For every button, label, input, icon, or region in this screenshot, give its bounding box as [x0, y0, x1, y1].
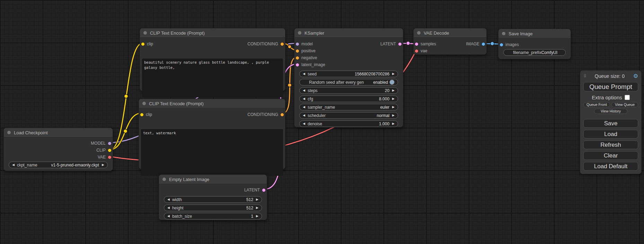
- increment-arrow-icon[interactable]: ▶: [392, 114, 395, 117]
- prompt-textarea[interactable]: beautiful scenery nature glass bottle la…: [142, 58, 283, 97]
- port-label: LATENT: [380, 42, 396, 46]
- view-queue-button[interactable]: View Queue: [611, 102, 638, 107]
- node-header[interactable]: Load Checkpoint: [4, 128, 113, 137]
- node-empty-latent-image[interactable]: Empty Latent Image LATENT ◀ width 512 ▶ …: [159, 174, 267, 220]
- latent-output-port[interactable]: [262, 188, 266, 192]
- port-label: positive: [301, 48, 316, 53]
- decrement-arrow-icon[interactable]: ◀: [303, 106, 305, 109]
- widget-label: denoise: [308, 121, 322, 126]
- node-header[interactable]: Save Image: [499, 29, 571, 38]
- decrement-arrow-icon[interactable]: ◀: [303, 114, 305, 117]
- denoise-widget[interactable]: ◀ denoise 1.000 ▶: [299, 120, 398, 127]
- positive-input-port[interactable]: [295, 49, 299, 53]
- decrement-arrow-icon[interactable]: ◀: [167, 206, 170, 209]
- settings-gear-icon[interactable]: ⚙: [633, 73, 638, 79]
- collapse-dot-icon[interactable]: [417, 31, 421, 35]
- node-vae-decode[interactable]: VAE Decode samples IMAGE vae: [413, 28, 487, 55]
- filename-prefix-widget[interactable]: filename_prefix ComfyUI: [503, 49, 566, 56]
- decrement-arrow-icon[interactable]: ◀: [303, 97, 305, 100]
- view-history-button[interactable]: View History: [594, 109, 627, 114]
- widget-value: 20: [385, 88, 389, 93]
- node-header[interactable]: Empty Latent Image: [159, 175, 267, 184]
- model-output-port[interactable]: [108, 142, 112, 145]
- vae-output-port[interactable]: [108, 155, 112, 159]
- queue-prompt-button[interactable]: Queue Prompt: [583, 82, 638, 91]
- widget-label: width: [172, 197, 182, 202]
- node-title: CLIP Text Encode (Prompt): [149, 101, 204, 106]
- increment-arrow-icon[interactable]: ▶: [102, 163, 104, 166]
- node-title: Empty Latent Image: [169, 177, 209, 182]
- node-header[interactable]: CLIP Text Encode (Prompt): [139, 99, 285, 108]
- widget-value: euler: [380, 105, 389, 110]
- collapse-dot-icon[interactable]: [143, 31, 147, 35]
- seed-widget[interactable]: ◀ seed 156680208700286 ▶: [299, 71, 398, 77]
- increment-arrow-icon[interactable]: ▶: [392, 97, 395, 100]
- cfg-widget[interactable]: ◀ cfg 8.000 ▶: [299, 96, 398, 102]
- node-clip-text-encode-negative[interactable]: CLIP Text Encode (Prompt) clip CONDITION…: [139, 99, 285, 169]
- decrement-arrow-icon[interactable]: ◀: [303, 89, 305, 92]
- toggle-knob-icon[interactable]: [389, 80, 395, 85]
- batch-size-widget[interactable]: ◀ batch_size 1 ▶: [164, 213, 262, 219]
- node-header[interactable]: KSampler: [294, 28, 403, 38]
- load-default-button[interactable]: Load Default: [583, 162, 638, 171]
- scheduler-widget[interactable]: ◀ scheduler normal ▶: [299, 112, 398, 119]
- load-button[interactable]: Load: [583, 130, 638, 138]
- queue-front-button[interactable]: Queue Front: [583, 102, 610, 107]
- conditioning-output-port[interactable]: [280, 42, 284, 46]
- negative-input-port[interactable]: [295, 56, 299, 60]
- decrement-arrow-icon[interactable]: ◀: [303, 122, 305, 125]
- latent-output-port[interactable]: [398, 42, 402, 46]
- collapse-dot-icon[interactable]: [7, 131, 11, 134]
- save-button[interactable]: Save: [583, 119, 638, 128]
- image-output-port[interactable]: [482, 42, 485, 46]
- collapse-dot-icon[interactable]: [142, 102, 146, 105]
- decrement-arrow-icon[interactable]: ◀: [303, 72, 305, 75]
- model-input-port[interactable]: [295, 42, 299, 46]
- clear-button[interactable]: Clear: [583, 151, 638, 160]
- latent-image-input-port[interactable]: [295, 63, 299, 67]
- clip-input-port[interactable]: [141, 42, 145, 46]
- height-widget[interactable]: ◀ height 512 ▶: [164, 205, 262, 211]
- input-row-positive: positive: [294, 47, 403, 54]
- decrement-arrow-icon[interactable]: ◀: [12, 163, 15, 166]
- collapse-dot-icon[interactable]: [502, 32, 505, 35]
- node-save-image[interactable]: Save Image images filename_prefix ComfyU…: [498, 29, 571, 59]
- sampler-name-widget[interactable]: ◀ sampler_name euler ▶: [299, 104, 398, 110]
- collapse-dot-icon[interactable]: [162, 178, 166, 181]
- node-clip-text-encode-positive[interactable]: CLIP Text Encode (Prompt) clip CONDITION…: [140, 28, 285, 91]
- increment-arrow-icon[interactable]: ▶: [392, 72, 395, 75]
- clip-input-port[interactable]: [140, 113, 144, 117]
- decrement-arrow-icon[interactable]: ◀: [167, 198, 170, 201]
- drag-handle-icon[interactable]: ⠿: [583, 74, 586, 79]
- extra-options-checkbox[interactable]: [625, 95, 630, 100]
- increment-arrow-icon[interactable]: ▶: [392, 89, 395, 92]
- clip-output-port[interactable]: [108, 148, 112, 152]
- width-widget[interactable]: ◀ width 512 ▶: [164, 196, 262, 203]
- increment-arrow-icon[interactable]: ▶: [392, 106, 395, 109]
- node-graph-canvas[interactable]: Load Checkpoint MODEL CLIP VAE ◀ ckpt_na…: [0, 0, 644, 244]
- increment-arrow-icon[interactable]: ▶: [256, 215, 258, 218]
- decrement-arrow-icon[interactable]: ◀: [167, 215, 170, 218]
- random-seed-widget[interactable]: Random seed after every gen enabled: [299, 79, 398, 85]
- port-label: model: [301, 42, 313, 46]
- increment-arrow-icon[interactable]: ▶: [256, 206, 258, 209]
- port-label: latent_image: [301, 62, 325, 67]
- samples-input-port[interactable]: [415, 42, 418, 46]
- images-input-port[interactable]: [500, 43, 503, 47]
- prompt-textarea[interactable]: text, watermark: [141, 129, 283, 176]
- increment-arrow-icon[interactable]: ▶: [392, 122, 395, 125]
- node-header[interactable]: VAE Decode: [414, 28, 486, 38]
- ckpt-name-widget[interactable]: ◀ ckpt_name v1-5-pruned-emaonly.ckpt ▶: [9, 162, 108, 168]
- node-load-checkpoint[interactable]: Load Checkpoint MODEL CLIP VAE ◀ ckpt_na…: [3, 128, 113, 171]
- refresh-button[interactable]: Refresh: [583, 141, 638, 149]
- node-header[interactable]: CLIP Text Encode (Prompt): [140, 28, 285, 38]
- steps-widget[interactable]: ◀ steps 20 ▶: [299, 87, 398, 94]
- port-label: LATENT: [244, 188, 260, 192]
- increment-arrow-icon[interactable]: ▶: [256, 198, 258, 201]
- vae-input-port[interactable]: [415, 49, 418, 53]
- port-label: IMAGE: [466, 42, 479, 46]
- node-ksampler[interactable]: KSampler model LATENT positive negative …: [294, 28, 403, 127]
- conditioning-output-port[interactable]: [280, 113, 284, 117]
- collapse-dot-icon[interactable]: [298, 31, 301, 35]
- queue-panel[interactable]: ⠿ Queue size: 0 ⚙ Queue Prompt Extra opt…: [580, 70, 642, 174]
